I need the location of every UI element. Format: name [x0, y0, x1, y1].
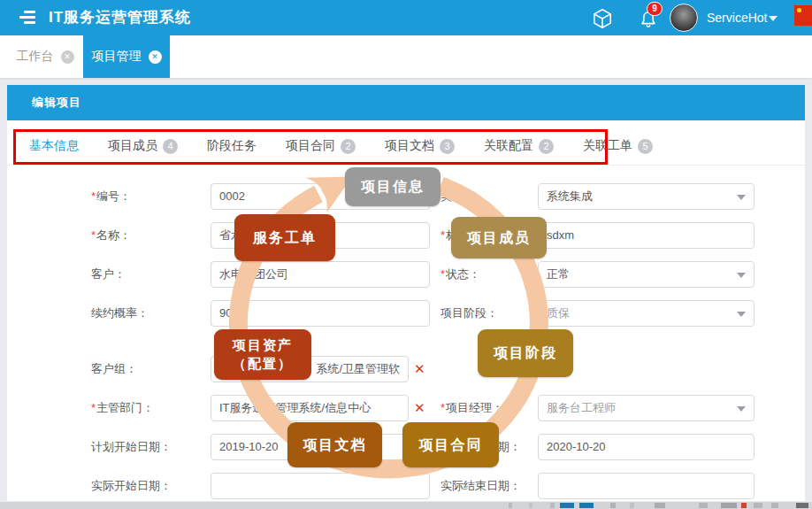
clear-field-icon[interactable]: ✕ [414, 356, 428, 382]
tab-label: 关联配置 [484, 138, 533, 154]
tab-count-badge: 2 [539, 139, 554, 154]
label-renewal-probability: 续约概率： [91, 300, 149, 327]
field-value: IT服务运营管理系统/信息中心 [219, 401, 371, 414]
input-department[interactable]: IT服务运营管理系统/信息中心 [211, 395, 409, 421]
close-tab-icon[interactable]: ✕ [149, 50, 162, 64]
label-status: *状态： [440, 261, 480, 288]
chevron-down-icon[interactable] [769, 16, 778, 21]
label-code: *编号： [91, 183, 131, 210]
diagram-badge-service-ticket: 服务工单 [234, 214, 335, 261]
tab-5[interactable]: 项目文档3 [385, 130, 455, 165]
menu-toggle-icon[interactable] [19, 11, 37, 25]
diagram-badge-project-docs: 项目文档 [287, 422, 382, 467]
tab-count-badge: 3 [440, 139, 455, 154]
label-project-name: *名称： [91, 222, 131, 249]
field-value: 0002 [219, 189, 245, 203]
label-manager: *项目经理： [440, 395, 503, 421]
input-customer[interactable]: 水电集团公司 [211, 261, 430, 288]
required-asterisk: * [91, 228, 96, 242]
close-tab-icon[interactable]: ✕ [61, 50, 74, 64]
flag-image [794, 5, 812, 26]
required-asterisk: * [91, 401, 96, 414]
taskbar-fragment [796, 503, 808, 508]
window-tab-2[interactable]: 项目管理✕ [83, 35, 170, 78]
label-type: 类型： [440, 183, 475, 210]
diagram-badge-project-members: 项目成员 [451, 217, 547, 258]
select-caret-icon[interactable] [737, 195, 746, 200]
cube-icon[interactable] [591, 7, 614, 30]
required-asterisk: * [440, 401, 445, 414]
input-plan-end-date[interactable]: 2020-10-20 [538, 434, 755, 460]
select-manager[interactable]: 服务台工程师 [538, 395, 755, 421]
tab-count-badge: 4 [163, 139, 178, 154]
input-actual-end-date[interactable] [538, 473, 755, 499]
select-status[interactable]: 正常 [538, 261, 755, 288]
required-asterisk: * [440, 267, 445, 281]
label-text: 实际结束日期 [440, 479, 509, 492]
input-actual-start-date[interactable] [211, 473, 430, 499]
label-text: 类型 [440, 189, 463, 203]
taskbar-fragment [630, 503, 634, 508]
window-tab-1[interactable]: 工作台✕ [7, 35, 83, 78]
taskbar-fragment [509, 503, 512, 508]
select-caret-icon[interactable] [737, 273, 746, 278]
diagram-badge-project-assets: 项目资产 （配置） [214, 329, 311, 380]
window-tab-bar: 工作台✕项目管理✕ [0, 35, 812, 78]
tab-label: 项目合同 [286, 138, 335, 154]
form-tab-bar: 基本信息项目成员4阶段任务项目合同2项目文档3关联配置2关联工单5 [29, 130, 653, 165]
tab-count-badge: 5 [638, 139, 653, 154]
bottom-strip [0, 502, 812, 509]
tab-label: 阶段任务 [207, 138, 257, 154]
tab-label: 项目成员 [108, 138, 157, 154]
required-asterisk: * [91, 189, 96, 203]
field-value: 系统集成 [547, 189, 593, 203]
label-plan-start-date: 计划开始日期： [91, 434, 172, 460]
tab-7[interactable]: 关联工单5 [583, 130, 653, 165]
taskbar-fragment [550, 503, 555, 508]
taskbar-fragment [721, 503, 737, 508]
diagram-badge-project-info: 项目信息 [345, 167, 440, 206]
label-customer-group: 客户组： [91, 356, 137, 382]
label-text: 计划开始日期 [91, 440, 160, 453]
taskbar-fragment [529, 503, 532, 508]
field-value: 水电集团公司 [219, 267, 288, 281]
panel-header: 编辑项目 [7, 85, 805, 120]
notification-badge: 9 [647, 2, 663, 16]
username[interactable]: ServiceHot [707, 0, 767, 35]
taskbar-fragment [754, 503, 762, 508]
tab-3[interactable]: 阶段任务 [207, 130, 257, 165]
taskbar-fragment [610, 503, 616, 508]
taskbar-fragment [579, 503, 594, 508]
input-renewal-probability[interactable]: 90 [211, 300, 430, 327]
taskbar-fragment [771, 503, 778, 508]
label-text: 状态 [446, 267, 469, 281]
window-tab-label: 项目管理 [92, 49, 142, 65]
input-identifier[interactable]: sdxm [538, 222, 755, 249]
tabs-divider [7, 165, 805, 166]
diagram-badge-project-phase: 项目阶段 [478, 329, 573, 377]
tab-6[interactable]: 关联配置2 [484, 130, 554, 165]
label-text: 项目经理 [446, 401, 492, 414]
label-text: 项目阶段 [440, 306, 486, 320]
label-text: 续约概率 [91, 306, 137, 320]
field-value: 质保 [547, 306, 570, 320]
diagram-badge-project-contract: 项目合同 [402, 422, 499, 467]
tab-label: 项目文档 [385, 138, 434, 154]
avatar[interactable] [670, 4, 698, 32]
label-actual-start-date: 实际开始日期： [91, 473, 172, 499]
clear-field-icon[interactable]: ✕ [414, 395, 428, 421]
label-text: 实际开始日期 [91, 479, 160, 492]
tab-2[interactable]: 项目成员4 [108, 130, 178, 165]
tab-1[interactable]: 基本信息 [29, 130, 79, 165]
field-value: 90 [219, 306, 232, 320]
label-text: 编号 [96, 189, 119, 203]
select-type[interactable]: 系统集成 [538, 183, 755, 210]
app-title: IT服务运营管理系统 [49, 0, 191, 35]
select-caret-icon[interactable] [737, 312, 746, 317]
label-department: *主管部门： [91, 395, 154, 421]
select-caret-icon[interactable] [737, 406, 746, 412]
select-phase[interactable]: 质保 [538, 300, 755, 327]
window-tab-label: 工作台 [17, 49, 54, 65]
tab-4[interactable]: 项目合同2 [286, 130, 356, 165]
taskbar-fragment [560, 503, 574, 508]
